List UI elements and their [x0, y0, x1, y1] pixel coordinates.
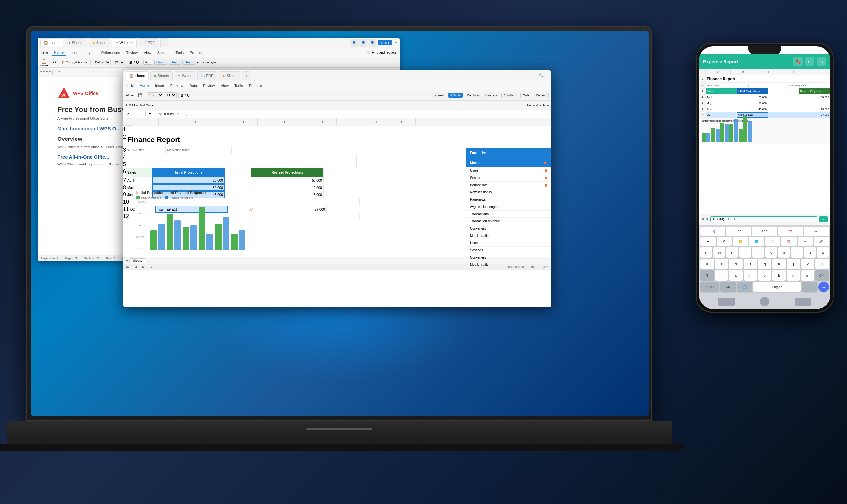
key-globe[interactable]: 🌐 [749, 237, 764, 246]
key-b[interactable]: b [772, 270, 786, 281]
find-replace-btn[interactable]: Find and replace [526, 104, 549, 107]
nav-home-btn[interactable] [760, 297, 769, 306]
key-y[interactable]: y [765, 247, 777, 257]
key-w[interactable]: w [713, 247, 725, 257]
menu-section[interactable]: Section [155, 50, 172, 55]
cell-wps[interactable]: WPS Office [126, 146, 159, 154]
nav-first-icon[interactable]: ⏮ [126, 266, 129, 269]
cell-mktteam[interactable]: Marketing team [166, 146, 231, 154]
nav-back-btn[interactable] [718, 298, 735, 306]
menu-icon[interactable]: ≡ [41, 51, 42, 54]
key-abc[interactable]: ABC [752, 227, 777, 236]
calc-btn[interactable]: Calc▾ [146, 104, 154, 107]
cell-row5[interactable] [126, 161, 357, 168]
key-u[interactable]: u [778, 247, 790, 257]
redo-btn[interactable]: ↪ [131, 93, 134, 98]
key-123[interactable]: 123 [726, 227, 751, 236]
menu-references[interactable]: References [99, 50, 122, 55]
may-initial[interactable]: 80,000 [153, 184, 225, 191]
phone-q2-formula[interactable]: =sum(E9:E11) [737, 112, 768, 118]
key-at[interactable]: @ [720, 282, 736, 292]
sheet-menu-review[interactable]: Review [200, 83, 217, 88]
key-m[interactable]: m [801, 270, 815, 281]
combine-btn[interactable]: Combine [465, 93, 481, 98]
font-size[interactable]: 12 [112, 59, 125, 65]
align-center-icon[interactable]: ≡ [43, 70, 45, 74]
april-revised[interactable]: 50,000 [251, 177, 324, 184]
sheet-underline[interactable]: U [187, 93, 190, 97]
key-shift[interactable]: ⇧ [701, 270, 714, 281]
sheet-menu-insert[interactable]: Insert [153, 83, 167, 88]
sum-btn[interactable]: Σ [126, 104, 128, 107]
header-sales[interactable]: Sales [126, 168, 153, 177]
close-icon[interactable]: ✕ [131, 41, 133, 44]
phone-sub3[interactable]: Marketing team [789, 83, 830, 88]
key-i[interactable]: i [791, 247, 803, 257]
bold-btn[interactable]: B [129, 60, 132, 65]
sheet-tab-home[interactable]: 🏠 Home [126, 71, 149, 80]
cell-btn[interactable]: Cell▾ [520, 93, 532, 98]
phone-q2[interactable]: Q2 [706, 112, 737, 118]
sheet-tab-new[interactable]: + [242, 71, 250, 80]
cell-C1[interactable] [225, 126, 251, 133]
key-z[interactable]: z [715, 270, 728, 281]
tab-writer[interactable]: ✏ Writer ✕ [112, 38, 137, 47]
search-icon2[interactable]: 🔍 [539, 73, 544, 78]
normal-btn[interactable]: Normal [432, 93, 446, 98]
file-menu[interactable]: File [43, 51, 48, 54]
share-button[interactable]: Share [378, 40, 392, 45]
sheet-menu-formula[interactable]: Formula [168, 83, 186, 88]
sheet-menu-data[interactable]: Data [187, 83, 200, 88]
menu-home[interactable]: Home [51, 50, 66, 56]
condition-btn[interactable]: Condition [501, 93, 518, 98]
heading1-btn[interactable]: Head. [154, 60, 167, 65]
num-list-icon[interactable]: ≡ [58, 70, 60, 74]
may-label[interactable]: May [126, 184, 153, 191]
key-x[interactable]: x [729, 270, 743, 281]
sheet-bold[interactable]: B [181, 93, 184, 97]
key-g[interactable]: g [758, 258, 772, 269]
key-mic[interactable]: 🎤 [814, 237, 829, 246]
undo-btn[interactable]: ↩ [126, 93, 129, 98]
align-right-icon[interactable]: ≡ [46, 70, 48, 74]
key-dot[interactable]: . [801, 282, 817, 292]
key-fx[interactable]: f(x) [701, 227, 725, 236]
underline-btn[interactable]: U [136, 60, 139, 65]
formula-content[interactable]: =sum(E9:E11) [164, 112, 549, 116]
april-label[interactable]: April [126, 177, 153, 184]
sheet-menu-premium[interactable]: Premium [246, 83, 266, 88]
finance-title[interactable]: Finance Report [126, 133, 330, 146]
phone-may[interactable]: May [706, 100, 737, 106]
nav-last-icon[interactable]: ⏭ [150, 266, 153, 269]
header-revised[interactable]: Revised Projections [251, 168, 324, 177]
sheet-tab-sheets[interactable]: ■ Sheets [151, 71, 172, 80]
phone-sales-header[interactable]: Sales [706, 89, 737, 94]
sheet-menu-view[interactable]: View [218, 83, 231, 88]
sheet-menu-home[interactable]: Home [137, 83, 152, 89]
menu-review[interactable]: Review [123, 50, 140, 55]
key-v[interactable]: v [758, 270, 772, 281]
column-btn[interactable]: Column [534, 93, 549, 98]
phone-revised-header[interactable]: Revised Projections [799, 89, 831, 94]
key-emoji[interactable]: 😊 [733, 237, 748, 246]
sheet1-tab[interactable]: Sheet1 [129, 258, 145, 263]
phone-finance-title[interactable]: Finance Report [706, 75, 830, 82]
key-back[interactable]: ◀ [701, 237, 715, 246]
key-o[interactable]: o [804, 247, 816, 257]
heading3-btn[interactable]: Head. [183, 60, 195, 65]
phone-june-init[interactable]: 45,000 [737, 106, 768, 112]
sheet-menu-tools[interactable]: Tools [232, 83, 246, 88]
phone-bookmark-btn[interactable]: 🔖 [793, 57, 802, 66]
phone-may-rev[interactable] [799, 100, 831, 106]
key-l[interactable]: l [815, 258, 829, 269]
normal-style-btn[interactable]: Nor. [143, 60, 153, 65]
sheet-fontsize[interactable]: 11 [165, 92, 176, 98]
phone-june-rev[interactable]: 15,000 [799, 106, 831, 112]
header-initial[interactable]: Initial Projections [153, 168, 225, 177]
phone-april[interactable]: April [706, 94, 737, 100]
tab-home[interactable]: 🏠 Home [40, 38, 63, 47]
april-initial[interactable]: 25,000 [153, 177, 225, 184]
key-clock[interactable]: ⏰ [781, 237, 797, 246]
more-styles-icon[interactable]: ▶ [196, 61, 199, 64]
justify-icon[interactable]: ≡ [49, 70, 51, 74]
